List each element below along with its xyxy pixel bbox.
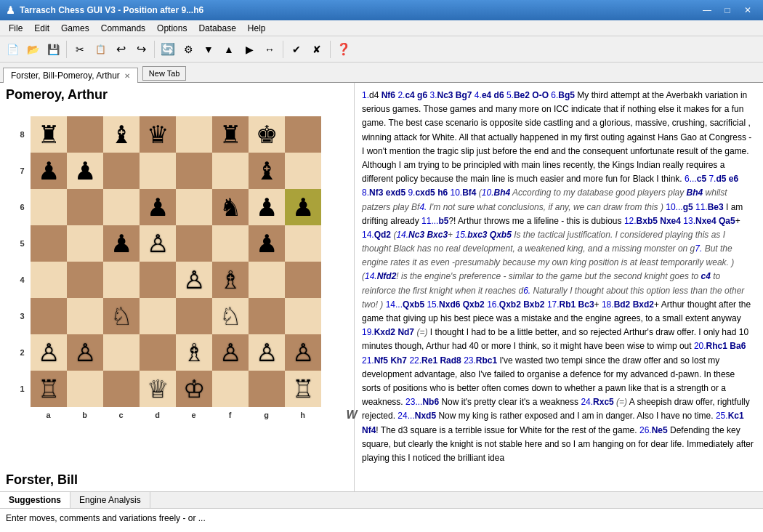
square-e2[interactable]: ♗	[176, 334, 212, 371]
chess-move[interactable]: Bg5	[558, 90, 575, 100]
chess-move[interactable]: Nxe4	[695, 216, 716, 226]
chess-move[interactable]: Be3	[708, 202, 724, 212]
move-number[interactable]: 18.	[602, 299, 614, 310]
chess-move[interactable]: Ba6	[730, 341, 746, 351]
chess-move[interactable]: Nxd6	[439, 299, 460, 310]
square-f2[interactable]: ♙	[212, 334, 249, 371]
chess-move[interactable]: O-O	[532, 90, 549, 100]
square-c7[interactable]	[103, 153, 140, 189]
move-number[interactable]: 25.	[716, 411, 728, 421]
chess-move[interactable]: bxc3	[467, 230, 487, 240]
move-number[interactable]: 1.	[362, 90, 369, 100]
chess-move[interactable]: Nf4	[362, 425, 376, 435]
chess-move[interactable]: g5	[683, 202, 693, 212]
chess-move[interactable]: exd5	[386, 188, 405, 198]
move-number[interactable]: 14.	[362, 230, 374, 240]
chess-move[interactable]: c4	[405, 90, 414, 100]
square-g8[interactable]: ♚	[249, 116, 285, 153]
square-h2[interactable]: ♙	[285, 334, 321, 371]
chess-move[interactable]: Bxd2	[633, 299, 654, 310]
chess-move[interactable]: Bxc3	[427, 230, 448, 240]
square-h3[interactable]	[285, 298, 321, 334]
square-b6[interactable]	[67, 189, 103, 225]
move-number[interactable]: 3.	[429, 90, 437, 100]
tb-settings[interactable]: ⚙	[179, 40, 198, 59]
tb-cross[interactable]: ✘	[307, 40, 326, 59]
square-h4[interactable]	[285, 262, 321, 298]
chess-move[interactable]: b5	[438, 216, 448, 226]
chess-move[interactable]: Kxd2	[374, 327, 395, 337]
chess-move[interactable]: Bg7	[456, 90, 472, 100]
move-number[interactable]: 10...	[666, 202, 682, 212]
square-g3[interactable]	[249, 298, 285, 334]
move-number[interactable]: 4.	[419, 202, 427, 212]
chess-move[interactable]: cxd5	[415, 188, 435, 198]
move-number[interactable]: 23...	[405, 397, 422, 407]
tab-close-button[interactable]: ✕	[124, 72, 130, 80]
square-f7[interactable]	[212, 153, 249, 189]
square-b7[interactable]: ♟	[67, 153, 103, 189]
square-e7[interactable]	[176, 153, 212, 189]
chess-move[interactable]: Rxc5	[593, 397, 614, 407]
square-h7[interactable]	[285, 153, 321, 189]
chess-move[interactable]: Qxb5	[403, 299, 424, 310]
chess-move[interactable]: Bd2	[614, 299, 631, 310]
move-number[interactable]: 4.	[475, 90, 482, 100]
move-number[interactable]: 12.	[624, 216, 637, 226]
square-h1[interactable]: ♖	[285, 371, 321, 407]
square-c8[interactable]: ♝	[103, 116, 140, 153]
chess-move[interactable]: Re1	[421, 355, 437, 366]
new-tab-button[interactable]: New Tab	[142, 66, 187, 81]
chess-move[interactable]: Nxe4	[660, 216, 681, 226]
chess-move[interactable]: Bc3	[578, 299, 594, 310]
square-d5[interactable]: ♙	[140, 225, 176, 262]
square-f5[interactable]	[212, 225, 249, 262]
square-f1[interactable]	[212, 371, 249, 407]
tb-cut[interactable]: ✂	[70, 40, 89, 59]
move-number[interactable]: 23.	[464, 355, 476, 366]
chess-move[interactable]: g6	[417, 90, 427, 100]
menu-help[interactable]: Help	[242, 20, 272, 36]
tb-redo[interactable]: ↪	[132, 40, 150, 59]
chess-move[interactable]: Rad8	[440, 355, 461, 366]
square-d7[interactable]	[140, 153, 176, 189]
chess-move[interactable]: d5	[716, 174, 726, 184]
menu-database[interactable]: Database	[193, 20, 241, 36]
square-c5[interactable]: ♟	[103, 225, 140, 262]
square-d1[interactable]: ♕	[140, 371, 176, 407]
square-f6[interactable]: ♞	[212, 189, 249, 225]
move-number[interactable]: 7.	[708, 174, 716, 184]
tb-open[interactable]: 📂	[23, 40, 42, 59]
chess-move[interactable]: Nfd2	[377, 271, 397, 281]
square-a5[interactable]	[31, 225, 67, 262]
chess-move[interactable]: e6	[729, 174, 738, 184]
move-number[interactable]: 24.	[581, 397, 593, 407]
chess-move[interactable]: Nc3	[437, 90, 453, 100]
move-number[interactable]: 19.	[362, 327, 374, 337]
chess-move[interactable]: Nf6	[382, 90, 395, 100]
square-a2[interactable]: ♙	[31, 334, 67, 371]
move-number[interactable]: 2.	[397, 90, 405, 100]
chess-move[interactable]: c5	[697, 174, 706, 184]
menu-file[interactable]: File	[3, 20, 28, 36]
move-number[interactable]: 24...	[397, 411, 414, 421]
square-d6[interactable]: ♟	[140, 189, 176, 225]
chess-move[interactable]: Rb1	[560, 299, 576, 310]
move-number[interactable]: 22.	[409, 355, 421, 366]
tb-up[interactable]: ▲	[219, 40, 238, 59]
square-e5[interactable]	[176, 225, 212, 262]
square-b5[interactable]	[67, 225, 103, 262]
menu-commands[interactable]: Commands	[95, 20, 151, 36]
move-number[interactable]: 7.	[695, 243, 702, 254]
square-g5[interactable]: ♟	[249, 225, 285, 262]
tb-check[interactable]: ✔	[287, 40, 306, 59]
move-number[interactable]: 14...	[386, 299, 403, 310]
tb-refresh[interactable]: 🔄	[158, 40, 177, 59]
close-button[interactable]: ✕	[738, 3, 757, 17]
square-d4[interactable]	[140, 262, 176, 298]
chess-move[interactable]: Nxd5	[415, 411, 436, 421]
square-c1[interactable]	[103, 371, 140, 407]
square-e8[interactable]	[176, 116, 212, 153]
square-h6[interactable]: ♟	[285, 189, 321, 225]
minimize-button[interactable]: —	[698, 3, 716, 17]
